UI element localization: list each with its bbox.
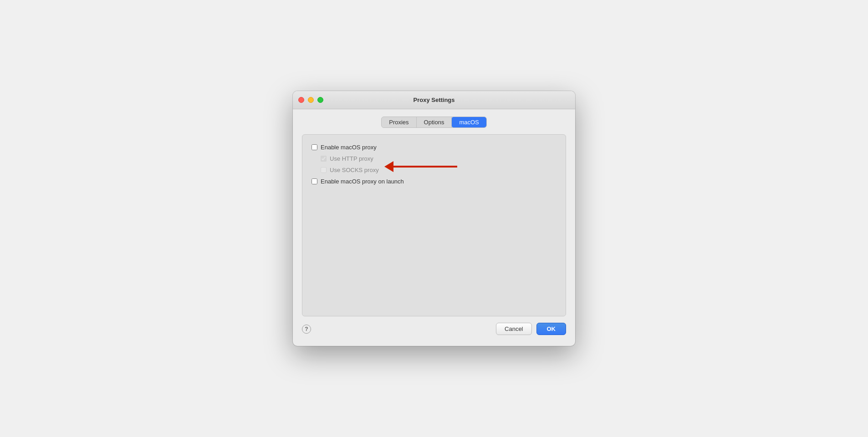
footer: ? Cancel OK [302,316,566,337]
ok-button[interactable]: OK [536,323,567,335]
traffic-lights [298,97,323,103]
use-socks-proxy-label: Use SOCKS proxy [330,167,379,173]
tab-bar: Proxies Options macOS [302,117,566,128]
tab-proxies[interactable]: Proxies [382,117,416,127]
enable-macos-proxy-row: Enable macOS proxy [311,144,557,151]
arrow-head [384,161,393,172]
enable-macos-proxy-label: Enable macOS proxy [321,144,377,151]
use-http-proxy-checkbox[interactable] [321,156,327,162]
enable-on-launch-label: Enable macOS proxy on launch [321,178,404,185]
use-socks-proxy-checkbox[interactable] [321,167,327,173]
arrow-line [393,166,457,168]
maximize-button[interactable] [317,97,323,103]
help-button[interactable]: ? [302,325,311,334]
content-area: Enable macOS proxy Use HTTP proxy Use SO… [302,134,566,316]
arrow-annotation [384,161,457,172]
cancel-button[interactable]: Cancel [496,323,531,335]
window-body: Proxies Options macOS Enable macOS proxy [293,109,575,346]
enable-on-launch-row: Enable macOS proxy on launch [311,178,557,185]
window-title: Proxy Settings [413,97,454,103]
tab-group: Proxies Options macOS [381,117,487,128]
tab-macos[interactable]: macOS [452,117,486,127]
proxy-settings-window: Proxy Settings Proxies Options macOS Ena… [293,91,575,346]
enable-macos-proxy-container: Enable macOS proxy [311,144,557,151]
titlebar: Proxy Settings [293,91,575,109]
use-http-proxy-label: Use HTTP proxy [330,155,373,162]
enable-macos-proxy-checkbox[interactable] [311,144,317,150]
minimize-button[interactable] [308,97,314,103]
tab-options[interactable]: Options [417,117,452,127]
footer-buttons: Cancel OK [496,323,566,335]
enable-on-launch-checkbox[interactable] [311,178,317,184]
close-button[interactable] [298,97,304,103]
